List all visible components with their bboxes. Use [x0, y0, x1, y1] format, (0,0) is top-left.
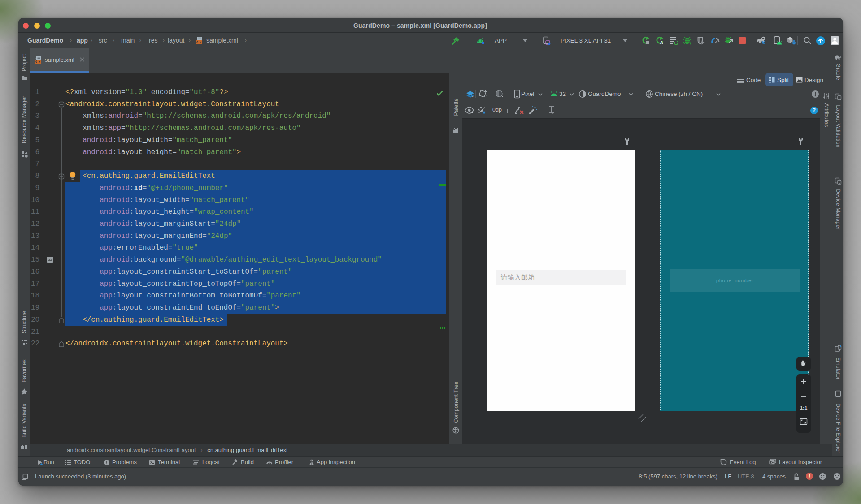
svg-text:A: A — [660, 40, 663, 45]
